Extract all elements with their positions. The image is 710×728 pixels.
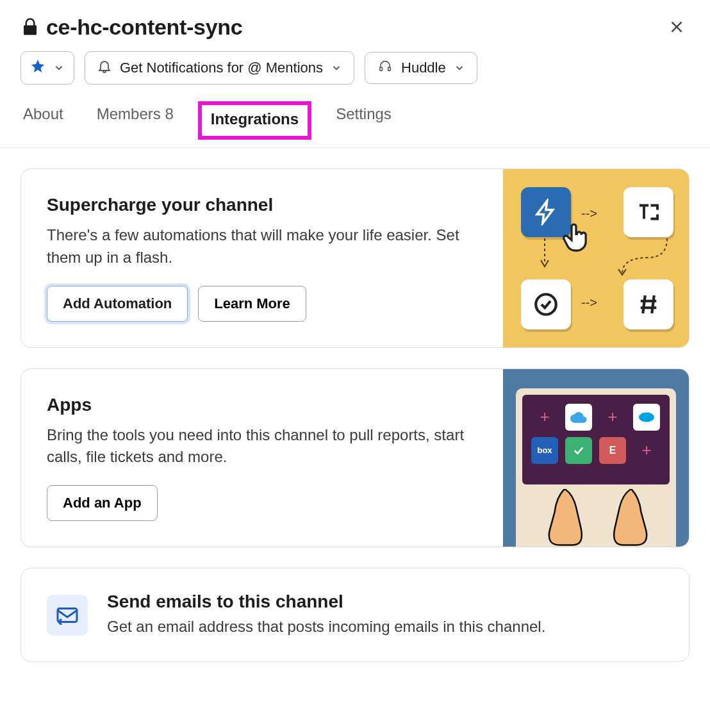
svg-point-10 — [639, 412, 654, 422]
channel-name: ce-hc-content-sync — [46, 15, 242, 40]
tab-about[interactable]: About — [21, 96, 66, 147]
notifications-button[interactable]: Get Notifications for @ Mentions — [85, 51, 354, 85]
apps-title: Apps — [47, 395, 477, 415]
dashed-arrow-icon — [616, 238, 673, 277]
channel-title-wrap: ce-hc-content-sync — [21, 15, 242, 40]
cursor-hand-icon — [558, 219, 594, 258]
highlight-annotation: Integrations — [198, 101, 311, 140]
huddle-label: Huddle — [401, 60, 446, 76]
email-arrow-icon — [47, 595, 88, 636]
chevron-down-icon — [331, 62, 342, 74]
add-automation-button[interactable]: Add Automation — [47, 286, 188, 322]
apps-illustration: + + box E + — [503, 369, 689, 547]
tab-members[interactable]: Members 8 — [94, 96, 176, 147]
automation-desc: There's a few automations that will make… — [47, 224, 477, 269]
automation-card: Supercharge your channel There's a few a… — [21, 169, 689, 348]
svg-line-8 — [652, 295, 654, 313]
plus-icon: + — [599, 404, 626, 431]
apps-desc: Bring the tools you need into this chann… — [47, 424, 477, 469]
tab-integrations[interactable]: Integrations — [204, 96, 305, 147]
box-icon: box — [531, 437, 558, 464]
lock-icon — [21, 17, 40, 37]
email-desc: Get an email address that posts incoming… — [107, 616, 545, 638]
dashed-arrow-icon — [538, 238, 551, 270]
hash-icon — [623, 279, 673, 329]
headphones-icon — [377, 59, 393, 77]
star-button[interactable] — [21, 51, 74, 85]
tab-members-label: Members — [97, 105, 161, 122]
salesforce-icon — [633, 404, 660, 431]
add-app-button[interactable]: Add an App — [47, 485, 158, 521]
plus-icon: + — [633, 437, 660, 464]
close-button[interactable] — [664, 14, 689, 40]
hand-icon — [606, 489, 657, 547]
automation-illustration: --> --> — [503, 169, 689, 347]
svg-rect-2 — [380, 67, 383, 71]
notifications-label: Get Notifications for @ Mentions — [120, 60, 323, 76]
bell-icon — [97, 58, 112, 78]
email-card[interactable]: Send emails to this channel Get an email… — [21, 568, 689, 662]
hand-icon — [539, 489, 590, 547]
arrow-icon: --> — [581, 295, 597, 310]
check-circle-icon — [521, 279, 571, 329]
star-filled-icon — [30, 58, 45, 78]
tab-members-count: 8 — [165, 105, 173, 122]
tab-settings[interactable]: Settings — [333, 96, 394, 147]
email-title: Send emails to this channel — [107, 592, 545, 612]
apps-card: Apps Bring the tools you need into this … — [21, 368, 689, 548]
check-icon — [565, 437, 592, 464]
plus-icon: + — [531, 404, 558, 431]
tabs: About Members 8 Integrations Settings — [0, 96, 710, 148]
huddle-button[interactable]: Huddle — [365, 52, 477, 84]
automation-title: Supercharge your channel — [47, 195, 477, 215]
app-e-icon: E — [599, 437, 626, 464]
learn-more-button[interactable]: Learn More — [198, 286, 306, 322]
chevron-down-icon — [53, 62, 65, 74]
text-icon — [623, 187, 673, 237]
svg-line-7 — [643, 295, 645, 313]
chevron-down-icon — [454, 62, 465, 74]
svg-rect-3 — [388, 67, 391, 71]
cloud-icon — [565, 404, 592, 431]
